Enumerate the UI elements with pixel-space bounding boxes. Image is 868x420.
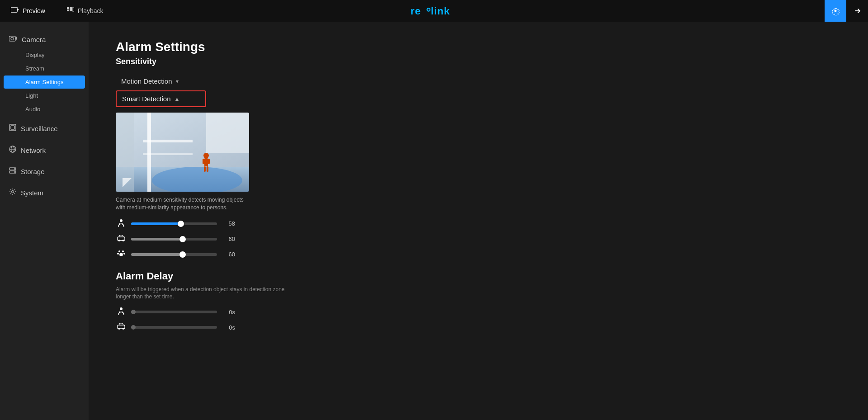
sidebar-surveillance-label: Surveillance — [21, 125, 58, 132]
svg-point-19 — [14, 169, 15, 170]
motion-detection-header[interactable]: Motion Detection ▾ — [116, 74, 206, 89]
person-slider[interactable] — [131, 222, 217, 225]
svg-rect-3 — [67, 9, 69, 11]
sidebar-category-system[interactable]: System — [0, 184, 89, 202]
svg-rect-26 — [147, 113, 151, 192]
topbar: Preview Playback re link — [0, 0, 868, 22]
person-delay-slider[interactable] — [131, 311, 217, 313]
svg-point-39 — [118, 240, 120, 241]
pet-slider-thumb[interactable] — [179, 251, 186, 258]
exit-icon-button[interactable] — [846, 0, 868, 22]
svg-point-40 — [123, 240, 124, 241]
svg-point-42 — [122, 250, 124, 252]
vehicle-delay-slider[interactable] — [131, 326, 217, 329]
svg-text:link: link — [431, 5, 450, 17]
sidebar-camera-section: Camera Display Stream Alarm Settings Lig… — [0, 31, 89, 116]
storage-icon — [9, 167, 16, 175]
svg-rect-35 — [207, 166, 208, 172]
network-icon — [9, 146, 16, 155]
vehicle-delay-slider-row: 0s — [116, 323, 841, 331]
svg-point-37 — [120, 219, 123, 222]
sidebar-item-stream[interactable]: Stream — [4, 62, 85, 75]
svg-rect-2 — [67, 7, 69, 9]
vehicle-delay-value: 0s — [222, 324, 235, 331]
sidebar-item-light[interactable]: Light — [4, 89, 85, 102]
smart-detection-label: Smart Detection — [122, 95, 171, 103]
sidebar-network-label: Network — [21, 146, 46, 154]
svg-rect-29 — [206, 113, 249, 153]
preview-label: Preview — [23, 7, 45, 14]
sidebar-item-audio[interactable]: Audio — [4, 103, 85, 116]
svg-rect-0 — [11, 7, 17, 12]
page-title: Alarm Settings — [116, 40, 841, 54]
svg-point-30 — [203, 153, 209, 158]
sidebar-category-storage[interactable]: Storage — [0, 163, 89, 180]
svg-rect-10 — [9, 36, 15, 41]
settings-icon-button[interactable] — [825, 0, 846, 22]
vehicle-slider-row: 60 — [116, 235, 841, 243]
pet-slider-row: 60 — [116, 250, 841, 260]
alarm-delay-title: Alarm Delay — [116, 270, 841, 282]
person-slider-fill — [131, 222, 181, 225]
preview-scene-svg — [116, 113, 249, 192]
motion-detection-accordion: Motion Detection ▾ — [116, 74, 841, 89]
sidebar-item-alarm-settings[interactable]: Alarm Settings — [4, 76, 85, 89]
playback-button[interactable]: Playback — [56, 0, 114, 22]
sidebar-category-network[interactable]: Network — [0, 141, 89, 159]
svg-rect-4 — [70, 7, 72, 11]
svg-point-44 — [123, 253, 125, 255]
smart-detection-header[interactable]: Smart Detection ▲ — [116, 90, 206, 107]
person-delay-value: 0s — [222, 309, 235, 316]
svg-text:re: re — [410, 5, 421, 17]
sidebar-category-surveillance[interactable]: Surveillance — [0, 119, 89, 137]
svg-point-41 — [118, 250, 120, 252]
svg-rect-13 — [11, 126, 14, 129]
gear-icon — [831, 6, 840, 15]
smart-detection-content: Camera at medium sensitivity detects mov… — [116, 113, 841, 260]
alarm-delay-section: Alarm Delay Alarm will be triggered when… — [116, 270, 841, 332]
svg-point-43 — [117, 253, 119, 255]
svg-point-8 — [428, 9, 429, 10]
sidebar-category-camera[interactable]: Camera — [0, 31, 89, 48]
svg-rect-12 — [9, 124, 16, 131]
person-slider-thumb[interactable] — [178, 221, 184, 227]
svg-point-47 — [118, 328, 120, 330]
vehicle-slider-thumb[interactable] — [179, 236, 186, 242]
preview-caption: Camera at medium sensitivity detects mov… — [116, 196, 249, 212]
preview-button[interactable]: Preview — [0, 0, 56, 22]
person-delay-thumb[interactable] — [131, 310, 136, 314]
vehicle-delay-thumb[interactable] — [131, 325, 136, 330]
smart-detection-chevron: ▲ — [175, 96, 180, 102]
pet-slider-fill — [131, 253, 183, 256]
pet-slider[interactable] — [131, 253, 217, 256]
vehicle-slider-value: 60 — [222, 236, 235, 242]
vehicle-slider[interactable] — [131, 238, 217, 241]
sidebar-network-section: Network — [0, 141, 89, 159]
smart-detection-accordion: Smart Detection ▲ — [116, 90, 841, 260]
main-layout: Camera Display Stream Alarm Settings Lig… — [0, 22, 868, 420]
camera-icon — [9, 35, 17, 43]
svg-point-20 — [14, 172, 15, 173]
svg-rect-32 — [203, 159, 205, 164]
system-icon — [9, 188, 16, 197]
smart-detection-preview — [116, 113, 249, 192]
sidebar-system-section: System — [0, 184, 89, 202]
vehicle-delay-icon — [116, 323, 127, 331]
motion-detection-label: Motion Detection — [121, 77, 172, 85]
person-delay-slider-row: 0s — [116, 307, 841, 317]
sidebar-item-display[interactable]: Display — [4, 48, 85, 61]
sidebar-system-label: System — [21, 189, 43, 197]
svg-point-48 — [123, 328, 124, 330]
pet-icon — [116, 250, 127, 260]
topbar-logo: re link — [410, 5, 458, 17]
preview-icon — [11, 7, 19, 15]
motion-detection-chevron: ▾ — [176, 78, 179, 85]
surveillance-icon — [9, 124, 16, 133]
sidebar: Camera Display Stream Alarm Settings Lig… — [0, 22, 89, 420]
svg-rect-5 — [72, 7, 74, 11]
alarm-delay-description: Alarm will be triggered when a detection… — [116, 286, 297, 301]
vehicle-icon — [116, 235, 127, 243]
sidebar-storage-section: Storage — [0, 163, 89, 180]
exit-icon — [853, 7, 861, 15]
svg-point-11 — [11, 38, 14, 40]
